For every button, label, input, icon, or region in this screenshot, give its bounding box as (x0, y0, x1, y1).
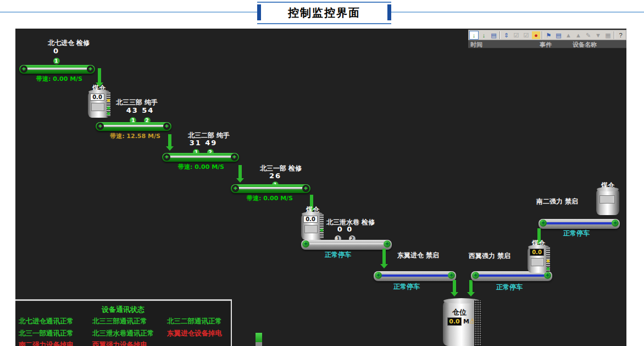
roller-icon: ✚ (612, 219, 619, 227)
scada-panel: ↓ ↓ ▤ ⇕ ☑ ☑ ● ⚑ ▤ ▲ ▲ ✎ ▼ ▦ ? 时间 事件 设备名称… (15, 29, 626, 346)
event-toolbar: ↓ ↓ ▤ ⇕ ☑ ☑ ● ⚑ ▤ ▲ ▲ ✎ ▼ ▦ ? (468, 30, 626, 40)
column-device: 设备名称 (573, 41, 597, 49)
belt-speed-beisansan: 带速: 12.58 M/S (102, 132, 168, 140)
indicator-dot (320, 229, 323, 232)
toolbar-separator (614, 31, 615, 39)
belt-speed-beisaner: 带速: 0.00 M/S (168, 163, 234, 171)
indicator-dot (107, 112, 110, 115)
belt-label-naner: 南二强力 禁启 (524, 197, 590, 206)
roller-icon: ✚ (540, 219, 547, 227)
paste-event-icon[interactable]: ▦ (603, 31, 613, 40)
edit-event-icon[interactable]: ✎ (584, 31, 593, 40)
conveyor-beisansan[interactable]: ✚ ✚ (96, 122, 171, 131)
column-time: 时间 (470, 41, 482, 49)
bunker-window (599, 195, 615, 204)
belt-label-xiyi: 西翼强力 禁启 (457, 251, 523, 261)
toolbar-separator (499, 31, 501, 39)
conveyor-xieshuixiang[interactable]: ✚ ✚ (301, 240, 392, 250)
bunker-window (91, 103, 104, 111)
belt-values-beiqi: 0 (38, 47, 74, 55)
bunker-level-value: 0.0 (530, 249, 544, 256)
toolbar-separator (542, 31, 543, 39)
roller-icon: ✚ (163, 123, 170, 130)
status-beisaner: 北三二部通讯正常 (167, 317, 222, 326)
belt-stripe (26, 68, 88, 70)
conveyor-beisanyi[interactable]: ✚ ✚ (231, 184, 310, 193)
roller-icon: ✚ (448, 272, 455, 279)
silo-readout: 0.0 M ⚠ (447, 317, 478, 326)
bookmark-icon[interactable]: ⚑ (544, 31, 553, 40)
coal-bunker-3[interactable]: 0.0 (528, 246, 549, 273)
title-side-bar (387, 4, 391, 20)
scrollbar-thumb[interactable] (256, 333, 262, 342)
belt-speed-beisanyi: 带速: 0.00 M/S (237, 194, 303, 202)
belt-stripe (478, 274, 546, 277)
event-note-icon[interactable]: ▤ (554, 31, 563, 40)
comm-status-panel: 设备通讯状态 北七进仓通讯正常 北三三部通讯正常 北三二部通讯正常 北三一部通讯… (15, 299, 232, 346)
status-xieshuixiang: 北三泄水巷通讯正常 (92, 329, 154, 338)
belt-stripe (545, 222, 613, 224)
bunker-level-value: 0.0 (90, 94, 104, 101)
belt-label-dongyi: 东翼进仓 禁启 (380, 251, 457, 260)
roller-icon: ✚ (472, 272, 479, 279)
roller-icon: ✚ (231, 153, 238, 161)
roller-icon: ✚ (232, 185, 239, 192)
belt-state-naner: 正常停车 (549, 229, 604, 238)
belt-stripe (308, 243, 385, 245)
sort-events-icon[interactable]: ⇕ (502, 31, 511, 40)
coal-bunker-4[interactable] (596, 189, 619, 215)
export-report-icon[interactable]: ↓ (469, 31, 479, 40)
badge-1-icon: 1 (53, 58, 60, 64)
ack-event-icon[interactable]: ☑ (512, 31, 521, 40)
roller-icon: ✚ (97, 123, 104, 130)
import-report-icon[interactable]: ↓ (479, 31, 488, 40)
belt-stripe (237, 187, 304, 189)
belt-values-beisansan: 43 54 (123, 106, 157, 114)
ack-all-events-icon[interactable]: ☑ (521, 31, 531, 40)
status-beisansan: 北三三部通讯正常 (92, 317, 147, 326)
status-dongyi: 东翼进仓设备掉电 (167, 329, 222, 338)
belt-state-dongyi: 正常停车 (379, 282, 434, 292)
conveyor-dongyi[interactable]: ✚ ✚ (374, 271, 456, 281)
bunker-window (304, 225, 318, 233)
belt-stripe (169, 156, 232, 158)
belt-state-xiyi: 正常停车 (482, 283, 537, 292)
badge-row: 1 (38, 54, 74, 65)
comm-status-title: 设备通讯状态 (15, 305, 231, 315)
conveyor-beiqi[interactable]: ✚ ✚ (19, 65, 95, 74)
silo-indicator-strip (474, 300, 481, 346)
conveyor-naner[interactable]: ✚ ✚ (538, 219, 620, 229)
scroll-up-icon[interactable]: ▲ (574, 31, 583, 40)
bunker-window (531, 258, 544, 266)
roller-icon: ✚ (375, 272, 382, 279)
roller-icon: ✚ (87, 65, 94, 73)
copy-report-icon[interactable]: ▤ (489, 31, 498, 40)
roller-icon: ✚ (384, 240, 391, 248)
status-beisanyi: 北三一部通讯正常 (19, 329, 74, 338)
flow-arrow-icon (451, 280, 458, 296)
alarm-icon[interactable]: ● (531, 31, 541, 40)
indicator-dot (547, 260, 549, 262)
belt-state-xieshuixiang: 正常停车 (310, 250, 365, 260)
help-icon[interactable]: ? (616, 31, 625, 40)
roller-icon: ✚ (163, 153, 170, 161)
flow-arrow-icon (236, 165, 244, 183)
roller-icon: ✚ (302, 185, 309, 192)
event-log-header: 时间 事件 设备名称 (468, 40, 626, 48)
storage-silo[interactable]: 仓位 0.0 M ⚠ (443, 300, 480, 346)
page-title-box: 控制监控界面 (257, 2, 391, 24)
flow-arrow-icon (166, 134, 174, 151)
belt-stripe (380, 274, 449, 277)
roller-icon: ✚ (20, 65, 27, 73)
scroll-down-icon[interactable]: ▼ (593, 31, 603, 40)
scrollbar-track[interactable] (256, 342, 262, 346)
indicator-dot (547, 267, 549, 270)
status-beiqi: 北七进仓通讯正常 (19, 317, 74, 326)
silo-unit: M (463, 318, 469, 325)
bunker-level-value: 0.0 (303, 216, 318, 223)
conveyor-beisaner[interactable]: ✚ ✚ (162, 153, 239, 162)
status-naner: 南二强力设备掉电 (19, 340, 74, 346)
scroll-top-icon[interactable]: ▲ (564, 31, 573, 40)
flow-arrow-icon (467, 280, 475, 296)
roller-icon: ✚ (302, 240, 309, 248)
